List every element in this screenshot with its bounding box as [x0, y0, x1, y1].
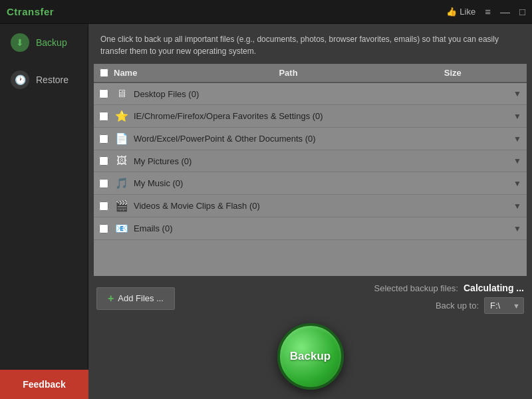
- row-checkbox[interactable]: [99, 134, 108, 144]
- row-icon: ⭐: [114, 110, 130, 122]
- row-expand-icon[interactable]: ▼: [508, 156, 527, 166]
- backup-path-wrapper: F:\ ▼: [484, 297, 524, 314]
- col-header-path: Path: [279, 68, 444, 78]
- row-icon: 🖥: [114, 88, 130, 100]
- table-row: 🖼 My Pictures (0) ▼: [94, 150, 527, 172]
- row-checkbox[interactable]: [99, 156, 108, 166]
- table-row: 📄 Word/Excel/PowerPoint & Other Document…: [94, 128, 527, 150]
- app-name-rest: transfer: [14, 6, 54, 17]
- titlebar: Ctransfer 👍 Like ≡ — □: [0, 0, 532, 24]
- backup-info: Selected backup files: Calculating ... B…: [374, 283, 524, 314]
- sidebar-restore-label: Restore: [36, 74, 68, 85]
- row-name: Desktop Files (0): [134, 89, 508, 99]
- row-icon: 📄: [114, 132, 130, 145]
- row-expand-icon[interactable]: ▼: [508, 201, 527, 211]
- row-checkbox-cell: [94, 179, 114, 188]
- row-checkbox-cell: [94, 224, 114, 233]
- sidebar: ⬇ Backup 🕐 Restore Feedback: [0, 24, 88, 399]
- row-icon: 🖼: [114, 155, 130, 167]
- row-name: Word/Excel/PowerPoint & Other Documents …: [134, 134, 508, 144]
- row-name: Emails (0): [134, 223, 508, 233]
- row-icon: 🎬: [114, 200, 130, 212]
- title-controls: 👍 Like ≡ — □: [446, 6, 525, 17]
- header-checkbox-col: [94, 68, 114, 77]
- feedback-button[interactable]: Feedback: [0, 370, 88, 399]
- backup-icon: ⬇: [11, 33, 29, 52]
- bottom-bar: + Add Files ... Selected backup files: C…: [88, 276, 532, 321]
- col-header-size: Size: [444, 68, 527, 78]
- minimize-button[interactable]: —: [500, 6, 510, 17]
- row-checkbox[interactable]: [99, 201, 108, 211]
- row-checkbox-cell: [94, 134, 114, 144]
- table-row: 🎵 My Music (0) ▼: [94, 172, 527, 195]
- table-row: ⭐ IE/Chrome/Firefox/Opera Favorites & Se…: [94, 105, 527, 128]
- row-checkbox-cell: [94, 156, 114, 166]
- row-name: Videos & Movie Clips & Flash (0): [134, 201, 508, 211]
- backup-button-area: Backup: [88, 321, 532, 399]
- row-expand-icon[interactable]: ▼: [508, 224, 527, 233]
- file-list-container: Name Path Size 🖥 Desktop Files (0) ▼ ⭐ I…: [94, 64, 527, 276]
- content-area: One click to back up all important files…: [88, 24, 532, 399]
- row-icon: 📧: [114, 222, 130, 235]
- menu-icon[interactable]: ≡: [485, 6, 491, 17]
- row-expand-icon[interactable]: ▼: [508, 112, 527, 121]
- sidebar-item-restore[interactable]: 🕐 Restore: [0, 61, 88, 98]
- plus-icon: +: [108, 293, 114, 305]
- restore-icon: 🕐: [11, 70, 29, 89]
- backup-to-label: Back up to:: [436, 301, 479, 311]
- selected-files-value: Calculating ...: [464, 283, 524, 293]
- row-expand-icon[interactable]: ▼: [508, 179, 527, 188]
- backup-to-row: Back up to: F:\ ▼: [436, 297, 524, 314]
- table-header: Name Path Size: [94, 64, 527, 83]
- selected-files-label: Selected backup files:: [374, 283, 458, 293]
- row-icon: 🎵: [114, 177, 130, 190]
- app-title: Ctransfer: [7, 6, 54, 17]
- add-files-button[interactable]: + Add Files ...: [96, 287, 175, 310]
- maximize-button[interactable]: □: [519, 6, 525, 17]
- thumbs-up-icon: 👍: [446, 7, 457, 17]
- row-checkbox[interactable]: [99, 89, 108, 98]
- file-list-scroll[interactable]: 🖥 Desktop Files (0) ▼ ⭐ IE/Chrome/Firefo…: [94, 83, 527, 276]
- row-checkbox[interactable]: [99, 112, 108, 121]
- col-header-name: Name: [114, 68, 279, 78]
- row-expand-icon[interactable]: ▼: [508, 89, 527, 98]
- add-files-label: Add Files ...: [118, 293, 164, 303]
- row-name: IE/Chrome/Firefox/Opera Favorites & Sett…: [134, 111, 508, 121]
- row-name: My Pictures (0): [134, 156, 508, 166]
- main-layout: ⬇ Backup 🕐 Restore Feedback One click to…: [0, 24, 532, 399]
- table-row: 📧 Emails (0) ▼: [94, 217, 527, 240]
- row-name: My Music (0): [134, 178, 508, 188]
- sidebar-backup-label: Backup: [36, 37, 67, 48]
- like-label: Like: [460, 7, 475, 17]
- table-row: 🎬 Videos & Movie Clips & Flash (0) ▼: [94, 195, 527, 217]
- app-name-accent: C: [7, 6, 14, 17]
- selected-files-row: Selected backup files: Calculating ...: [374, 283, 524, 293]
- row-checkbox[interactable]: [99, 179, 108, 188]
- row-expand-icon[interactable]: ▼: [508, 134, 527, 144]
- sidebar-item-backup[interactable]: ⬇ Backup: [0, 24, 88, 61]
- table-row: 🖥 Desktop Files (0) ▼: [94, 83, 527, 105]
- row-checkbox-cell: [94, 89, 114, 98]
- backup-path-select[interactable]: F:\: [484, 297, 524, 314]
- description-text: One click to back up all important files…: [88, 24, 532, 64]
- like-button[interactable]: 👍 Like: [446, 7, 475, 17]
- row-checkbox-cell: [94, 112, 114, 121]
- row-checkbox-cell: [94, 201, 114, 211]
- big-backup-button[interactable]: Backup: [277, 323, 344, 390]
- row-checkbox[interactable]: [99, 224, 108, 233]
- select-all-checkbox[interactable]: [100, 68, 108, 77]
